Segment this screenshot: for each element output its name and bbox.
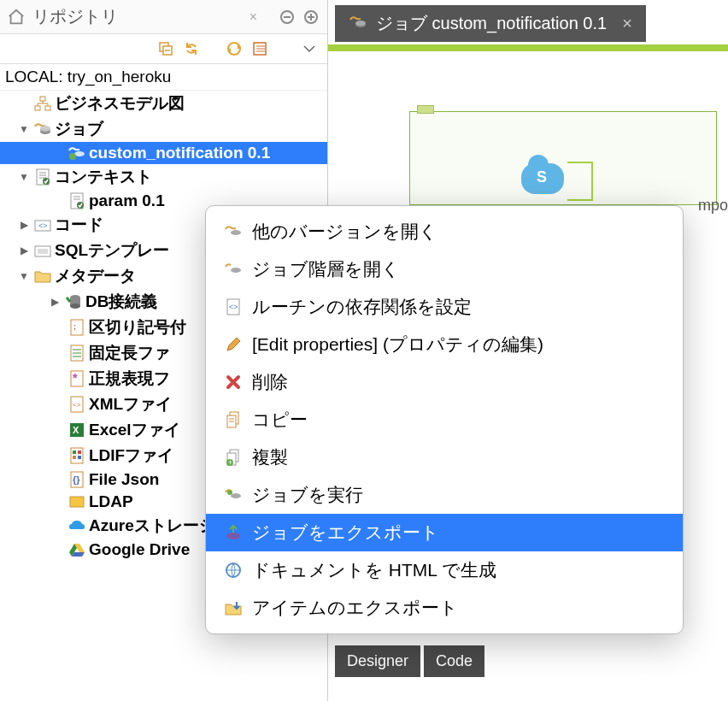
job-icon — [31, 120, 55, 138]
menu-generate-html-doc[interactable]: ドキュメントを HTML で生成 — [206, 551, 683, 589]
svg-point-76 — [226, 533, 240, 539]
list-view-icon[interactable] — [250, 39, 269, 58]
svg-text:*: * — [73, 371, 78, 385]
duplicate-icon: + — [221, 448, 245, 467]
svg-text:<>: <> — [229, 303, 238, 311]
copy-icon — [221, 410, 245, 429]
expand-arrow-icon[interactable]: ▼ — [17, 171, 31, 183]
excel-file-icon: X — [65, 421, 89, 439]
svg-rect-59 — [70, 497, 84, 507]
svg-point-74 — [231, 493, 241, 498]
svg-text:;: ; — [73, 322, 76, 331]
code-folder-icon: <> — [31, 215, 55, 234]
menu-dropdown-icon[interactable] — [300, 39, 319, 58]
designer-bottom-tabs: Designer Code — [335, 645, 488, 677]
expand-arrow-icon[interactable]: ▼ — [17, 123, 31, 135]
svg-point-75 — [227, 490, 232, 495]
component-panel-fragment: mpo — [698, 197, 728, 215]
tree-node-job[interactable]: ▼ ジョブ — [0, 116, 327, 142]
context-icon — [31, 168, 55, 186]
menu-duplicate[interactable]: + 複製 — [206, 439, 683, 476]
tree-node-custom-notification[interactable]: custom_notification 0.1 — [0, 142, 327, 164]
expand-arrow-icon[interactable]: ▼ — [17, 270, 31, 282]
html-doc-icon — [221, 561, 245, 580]
svg-point-21 — [40, 126, 50, 131]
menu-delete[interactable]: 削除 — [206, 363, 683, 401]
minimize-icon[interactable] — [278, 8, 296, 27]
regex-file-icon: * — [65, 369, 89, 388]
project-label: LOCAL: try_on_heroku — [0, 64, 327, 91]
menu-export-job[interactable]: ジョブをエクスポート — [206, 514, 683, 551]
menu-copy[interactable]: コピー — [206, 401, 683, 439]
sql-folder-icon — [31, 241, 55, 260]
salesforce-component[interactable]: S — [521, 163, 567, 199]
maximize-icon[interactable] — [302, 8, 320, 27]
sync-icon[interactable] — [225, 39, 244, 58]
job-icon — [221, 260, 245, 279]
svg-rect-14 — [45, 106, 50, 110]
svg-rect-13 — [35, 106, 40, 110]
expand-arrow-icon[interactable]: ▶ — [17, 219, 31, 231]
designer-tab[interactable]: ジョブ custom_notification 0.1 × — [335, 5, 646, 42]
delete-icon — [221, 373, 245, 392]
sidebar-tab-header: リポジトリ × — [0, 0, 327, 34]
component-output-handle[interactable] — [567, 162, 593, 201]
menu-export-item[interactable]: アイテムのエクスポート — [206, 589, 683, 627]
subjob-container[interactable]: S — [409, 111, 717, 205]
job-icon — [221, 222, 245, 241]
svg-point-63 — [231, 268, 241, 273]
accent-bar — [328, 44, 728, 51]
menu-open-job-hierarchy[interactable]: ジョブ階層を開く — [206, 250, 683, 288]
json-file-icon: {} — [65, 470, 89, 489]
home-icon — [7, 8, 26, 27]
svg-point-23 — [69, 153, 76, 160]
tree-node-business-model[interactable]: ビジネスモデル図 — [0, 91, 327, 116]
job-icon — [349, 15, 367, 33]
menu-set-routine-dependencies[interactable]: <> ルーチンの依存関係を設定 — [206, 288, 683, 326]
ldap-icon — [65, 492, 89, 511]
salesforce-icon: S — [537, 168, 547, 186]
context-menu: 他のバージョンを開く ジョブ階層を開く <> ルーチンの依存関係を設定 [Edi… — [205, 205, 684, 634]
svg-text:{}: {} — [73, 474, 80, 485]
svg-rect-55 — [73, 456, 76, 459]
svg-point-62 — [231, 230, 241, 235]
svg-point-39 — [70, 303, 80, 309]
xml-file-icon: <> — [65, 395, 89, 414]
close-icon[interactable]: × — [622, 14, 632, 33]
pencil-icon — [221, 335, 245, 354]
svg-rect-53 — [73, 451, 76, 454]
refresh-icon[interactable] — [182, 39, 201, 58]
expand-arrow-icon[interactable]: ▶ — [17, 244, 31, 256]
tab-designer[interactable]: Designer — [335, 645, 420, 677]
repository-toolbar — [0, 34, 327, 64]
tab-code[interactable]: Code — [424, 645, 484, 677]
delimiter-file-icon: ; — [65, 318, 89, 337]
google-drive-icon — [65, 540, 89, 559]
code-icon: <> — [221, 297, 245, 316]
menu-edit-properties[interactable]: [Edit properties] (プロパティの編集) — [206, 326, 683, 363]
svg-text:+: + — [228, 458, 232, 466]
database-icon — [62, 292, 85, 311]
close-icon[interactable]: × — [250, 9, 257, 25]
expand-arrow-icon[interactable]: ▶ — [48, 296, 62, 308]
svg-point-61 — [355, 21, 366, 26]
ldif-file-icon — [65, 446, 89, 465]
subjob-handle[interactable] — [417, 105, 434, 114]
context-item-icon — [65, 191, 89, 210]
job-item-icon — [65, 144, 89, 162]
metadata-folder-icon — [31, 267, 55, 286]
svg-rect-54 — [78, 451, 81, 454]
svg-rect-12 — [40, 97, 45, 101]
diagram-icon — [31, 94, 55, 113]
svg-rect-36 — [38, 249, 48, 254]
tree-node-context[interactable]: ▼ コンテキスト — [0, 164, 327, 190]
run-job-icon — [221, 486, 245, 504]
collapse-all-icon[interactable] — [156, 39, 175, 58]
svg-text:<>: <> — [73, 401, 81, 409]
svg-text:X: X — [73, 425, 79, 435]
azure-icon — [65, 516, 89, 535]
fixed-length-file-icon — [65, 344, 89, 362]
menu-run-job[interactable]: ジョブを実行 — [206, 476, 683, 514]
menu-open-other-version[interactable]: 他のバージョンを開く — [206, 213, 683, 250]
export-job-icon — [221, 523, 245, 542]
